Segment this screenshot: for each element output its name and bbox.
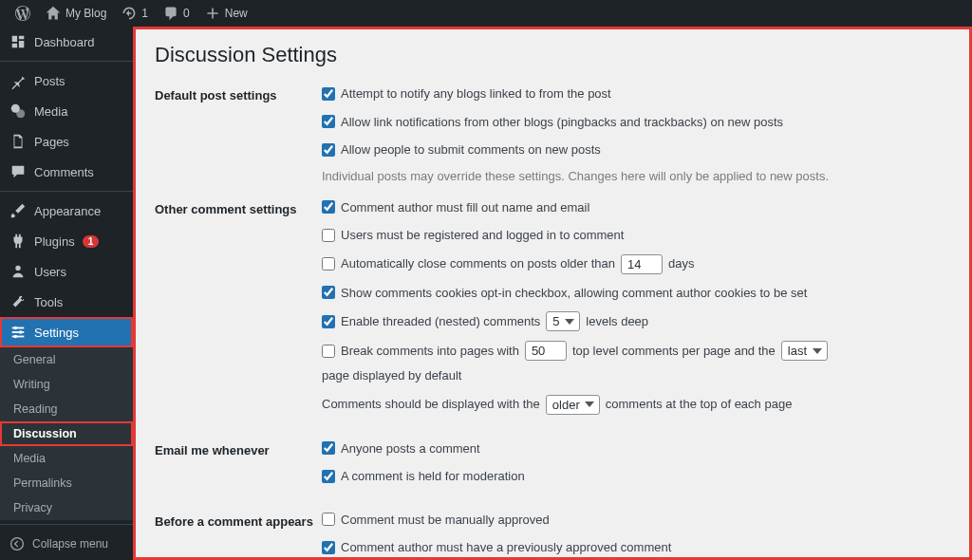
submenu-writing[interactable]: Writing	[0, 372, 133, 397]
site-name-menu[interactable]: My Blog	[38, 6, 114, 21]
svg-point-7	[19, 330, 23, 334]
input-paginate-count[interactable]	[525, 341, 567, 361]
media-icon	[9, 103, 27, 120]
site-name: My Blog	[65, 7, 106, 20]
menu-separator	[0, 61, 133, 62]
plus-icon	[205, 6, 220, 21]
section-label: Default post settings	[155, 84, 322, 183]
svg-point-2	[15, 266, 20, 271]
comments-icon	[9, 163, 27, 180]
content-highlight-box: Discussion Settings Default post setting…	[133, 27, 972, 560]
collapse-menu[interactable]: Collapse menu	[0, 529, 133, 559]
page-title: Discussion Settings	[155, 43, 950, 67]
svg-point-6	[14, 327, 18, 330]
admin-sidebar: Dashboard Posts Media Pages Comments App…	[0, 27, 133, 560]
comments-menu[interactable]: 0	[156, 6, 197, 21]
tools-icon	[9, 293, 27, 310]
select-comment-order[interactable]: older	[546, 395, 600, 415]
section-before-appears: Before a comment appears Comment must be…	[155, 511, 950, 561]
select-thread-levels[interactable]: 5	[546, 311, 580, 331]
section-email: Email me whenever Anyone posts a comment…	[155, 439, 950, 495]
menu-separator	[0, 191, 133, 192]
menu-users[interactable]: Users	[0, 256, 133, 287]
pin-icon	[9, 72, 27, 89]
comment-icon	[163, 6, 178, 21]
menu-comments[interactable]: Comments	[0, 157, 133, 187]
comments-count: 0	[183, 7, 190, 20]
content-area: Discussion Settings Default post setting…	[133, 27, 972, 560]
new-content-menu[interactable]: New	[197, 6, 255, 21]
menu-tools[interactable]: Tools	[0, 287, 133, 317]
collapse-icon	[9, 536, 25, 551]
menu-media[interactable]: Media	[0, 96, 133, 126]
checkbox-pingbacks[interactable]	[322, 115, 335, 128]
submenu-permalinks[interactable]: Permalinks	[0, 471, 133, 495]
section-label: Before a comment appears	[155, 511, 322, 561]
svg-point-1	[16, 109, 25, 118]
wp-logo-menu[interactable]	[8, 6, 38, 21]
submenu-media[interactable]: Media	[0, 446, 133, 471]
svg-point-9	[11, 538, 24, 551]
section-label: Other comment settings	[155, 198, 322, 424]
checkbox-notify-blogs[interactable]	[322, 87, 335, 101]
dashboard-icon	[9, 33, 27, 50]
section-note: Individual posts may override these sett…	[322, 169, 950, 183]
submenu-privacy[interactable]: Privacy	[0, 495, 133, 520]
menu-posts[interactable]: Posts	[0, 65, 133, 96]
checkbox-paginate[interactable]	[322, 345, 335, 358]
checkbox-name-email[interactable]	[322, 200, 335, 214]
users-icon	[9, 263, 27, 280]
checkbox-allow-comments[interactable]	[322, 143, 335, 157]
settings-icon	[9, 324, 27, 341]
section-label: Email me whenever	[155, 439, 322, 495]
submenu-general[interactable]: General	[0, 347, 133, 372]
home-icon	[46, 6, 61, 21]
section-default-post: Default post settings Attempt to notify …	[155, 84, 950, 183]
brush-icon	[9, 202, 27, 219]
checkbox-previously-approved[interactable]	[322, 541, 335, 554]
update-icon	[122, 6, 137, 21]
menu-dashboard[interactable]: Dashboard	[0, 27, 133, 57]
admin-bar: My Blog 1 0 New	[0, 0, 972, 27]
updates-menu[interactable]: 1	[114, 6, 156, 21]
checkbox-autoclose[interactable]	[322, 257, 335, 271]
wordpress-icon	[15, 6, 30, 21]
menu-settings[interactable]: Settings	[0, 317, 133, 347]
checkbox-manual-approve[interactable]	[322, 513, 335, 526]
menu-pages[interactable]: Pages	[0, 126, 133, 157]
checkbox-registered[interactable]	[322, 229, 335, 242]
menu-separator	[0, 524, 133, 525]
submenu-discussion[interactable]: Discussion	[0, 421, 133, 446]
checkbox-cookies[interactable]	[322, 286, 335, 299]
checkbox-email-moderation[interactable]	[322, 470, 335, 483]
menu-plugins[interactable]: Plugins 1	[0, 226, 133, 256]
plugins-badge: 1	[83, 235, 100, 248]
checkbox-threaded[interactable]	[322, 315, 335, 328]
checkbox-email-anyone[interactable]	[322, 441, 335, 455]
new-label: New	[225, 7, 248, 20]
section-other-settings: Other comment settings Comment author mu…	[155, 198, 950, 424]
settings-submenu: General Writing Reading Discussion Media…	[0, 347, 133, 520]
menu-appearance[interactable]: Appearance	[0, 196, 133, 226]
submenu-reading[interactable]: Reading	[0, 397, 133, 421]
select-paginate-default[interactable]: last	[781, 341, 828, 361]
input-autoclose-days[interactable]	[621, 254, 663, 274]
plugin-icon	[9, 233, 27, 250]
updates-count: 1	[141, 7, 148, 20]
svg-point-8	[14, 335, 18, 339]
page-icon	[9, 133, 27, 150]
